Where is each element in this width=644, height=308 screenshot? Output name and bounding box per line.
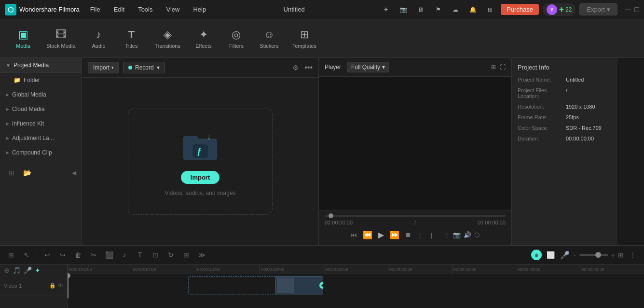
in-point-icon[interactable]: [ [419, 232, 421, 238]
video-track-name: Video 1 [4, 283, 22, 289]
nav-cloud-media[interactable]: ▶ Cloud Media [0, 102, 82, 116]
toolbar-item-filters[interactable]: ◎ Filters [221, 25, 252, 53]
toolbar-item-media[interactable]: ▣ Media [8, 25, 39, 53]
maximize-button[interactable]: □ [634, 6, 639, 14]
split-audio-icon[interactable]: ⋮ [444, 231, 450, 238]
voice-over-icon[interactable]: 🎤 [24, 266, 32, 274]
panel-collapse-arrow[interactable]: ▼ [6, 63, 11, 68]
redo-button[interactable]: ↪ [56, 249, 69, 261]
more-tl-icon[interactable]: ≫ [195, 249, 208, 261]
more-options-icon[interactable]: ••• [304, 63, 313, 72]
add-audio-track-icon[interactable]: 🎵 [13, 266, 21, 274]
monitor-icon[interactable]: 🖥 [414, 3, 427, 16]
step-forward-icon[interactable]: ⏩ [390, 230, 399, 239]
cut-button[interactable]: ✂ [87, 249, 100, 261]
import-button[interactable]: Import ▾ [88, 62, 119, 73]
bell-icon[interactable]: 🔔 [466, 3, 480, 16]
menu-file[interactable]: File [87, 4, 103, 15]
minimize-button[interactable]: ─ [625, 6, 630, 14]
timeline-scrubber[interactable] [325, 215, 506, 217]
timeline-clip[interactable]: + [275, 276, 323, 294]
menu-view[interactable]: View [163, 4, 182, 15]
playhead-handle[interactable] [68, 273, 70, 278]
timeline-more-icon[interactable]: ⋮ [627, 249, 639, 261]
track-eye-icon[interactable]: 👁 [58, 282, 63, 289]
menu-bar: ⬡ Wondershare Filmora File Edit Tools Vi… [0, 0, 644, 19]
out-point-icon[interactable]: ] [431, 232, 432, 238]
panel-header: ▼ Project Media [0, 58, 82, 73]
zoom-out-icon[interactable]: − [573, 251, 576, 259]
player-panel: Player Full Quality ▾ ⊞ ⛶ 00:00:00:00 / … [318, 58, 511, 245]
import-chevron-icon: ▾ [111, 65, 114, 70]
quality-selector[interactable]: Full Quality ▾ [347, 62, 389, 72]
camera-icon[interactable]: 📷 [397, 3, 410, 16]
track-lock-icon[interactable]: 🔒 [49, 282, 56, 289]
svg-text:↓: ↓ [207, 133, 211, 141]
toolbar-item-stock-media[interactable]: 🎞 Stock Media [41, 25, 82, 53]
zoom-slider-handle[interactable] [595, 252, 601, 258]
zoom-slider[interactable] [579, 254, 608, 256]
purchase-button[interactable]: Purchase [501, 4, 539, 15]
toolbar-item-transitions[interactable]: ◈ Transitions [149, 25, 186, 53]
drop-zone[interactable]: ƒ ↓ Import Videos, audios, and images [128, 109, 273, 215]
delete-button[interactable]: 🗑 [72, 249, 84, 261]
text-icon[interactable]: T [134, 249, 146, 261]
nav-influence-kit[interactable]: ▶ Influence Kit [0, 116, 82, 131]
nav-adjustment[interactable]: ▶ Adjustment La... [0, 131, 82, 145]
filter-icon[interactable]: ⚙ [292, 64, 299, 71]
volume-icon[interactable]: 🔊 [464, 231, 471, 238]
snap-icon[interactable]: ⊕ [531, 250, 542, 260]
toolbar-item-stickers[interactable]: ☺ Stickers [254, 25, 285, 53]
timeline-settings-icon[interactable]: ⊞ [618, 251, 624, 259]
panel-collapse-button[interactable]: ◀ [72, 169, 76, 176]
import-big-button[interactable]: Import [181, 171, 219, 184]
flag-icon[interactable]: ⚑ [431, 3, 445, 16]
add-video-track-icon[interactable]: ⊕ [4, 266, 10, 274]
fullscreen-icon[interactable]: ⛶ [500, 64, 506, 70]
grid-view-icon[interactable]: ⊞ [491, 64, 496, 70]
play-button[interactable]: ▶ [378, 230, 384, 239]
export-button[interactable]: Export ▾ [579, 3, 617, 15]
crop-icon[interactable]: ⊡ [149, 249, 162, 261]
svg-rect-1 [183, 136, 198, 142]
add-snap-icon[interactable]: ✦ [35, 266, 41, 274]
pip-icon[interactable]: ⬡ [474, 231, 480, 238]
record-button[interactable]: Record ▾ [123, 62, 165, 73]
folder-open-icon[interactable]: 📂 [21, 167, 33, 179]
microphone-icon[interactable]: 🎤 [560, 251, 570, 260]
toolbar-item-templates[interactable]: ⊞ Templates [287, 25, 322, 53]
time-separator: / [414, 220, 416, 225]
nav-folder[interactable]: 📁 Folder [0, 73, 82, 87]
zoom-in-icon[interactable]: + [611, 251, 615, 259]
send-icon[interactable]: ✈ [379, 3, 393, 16]
audio-separate-icon[interactable]: ♪ [118, 249, 131, 261]
menu-help[interactable]: Help [190, 4, 209, 15]
nav-compound-clip[interactable]: ▶ Compound Clip [0, 145, 82, 160]
snapshot-icon[interactable]: 📷 [453, 231, 461, 238]
rotate-icon[interactable]: ↻ [164, 249, 177, 261]
nav-global-media[interactable]: ▶ Global Media [0, 87, 82, 102]
stop-icon[interactable]: ⏹ [405, 231, 411, 238]
timeline-layout-icon[interactable]: ⊞ [5, 249, 17, 261]
select-tool-icon[interactable]: ↖ [20, 249, 33, 261]
grid-icon[interactable]: ⊞ [483, 3, 497, 16]
info-row-duration: Duration: 00:00:00:00 [518, 136, 612, 141]
new-folder-icon[interactable]: ⊞ [6, 167, 17, 179]
scrubber-handle[interactable] [329, 213, 333, 218]
toolbar-item-audio[interactable]: ♪ Audio [83, 25, 114, 53]
go-start-icon[interactable]: ⏮ [351, 231, 357, 238]
menu-edit[interactable]: Edit [111, 4, 127, 15]
cloud-icon[interactable]: ☁ [449, 3, 462, 16]
app-logo-icon: ⬡ [5, 4, 16, 15]
clip-extend-button[interactable]: + [319, 282, 323, 289]
toolbar-item-titles[interactable]: T Titles [116, 25, 147, 53]
playhead[interactable] [68, 274, 69, 298]
copy-button[interactable]: ⬛ [103, 249, 115, 261]
menu-tools[interactable]: Tools [135, 4, 155, 15]
undo-button[interactable]: ↩ [41, 249, 54, 261]
step-back-icon[interactable]: ⏪ [363, 230, 372, 239]
render-preview-icon[interactable]: ⬜ [545, 249, 557, 261]
toolbar-item-effects[interactable]: ✦ Effects [188, 25, 219, 53]
group-icon[interactable]: ⊞ [180, 249, 192, 261]
nav-arrow-icon: ▶ [6, 107, 9, 112]
